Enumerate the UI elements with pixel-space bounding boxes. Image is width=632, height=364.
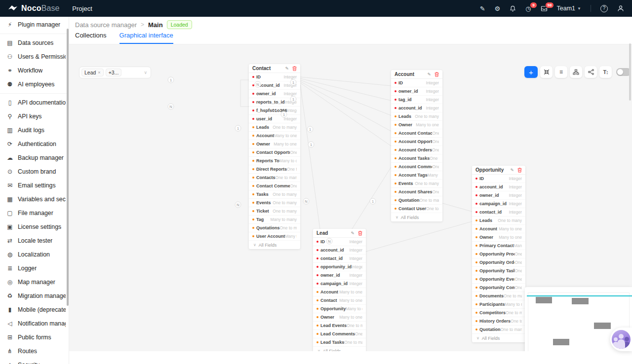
edit-icon[interactable]: ✎	[427, 72, 431, 77]
sidebar-item-custom-brand[interactable]: ⊙Custom brand	[0, 165, 69, 179]
filter-tag-lead[interactable]: Lead×	[81, 69, 104, 76]
help-icon[interactable]: ?	[600, 5, 608, 12]
entity-field-row[interactable]: contact_idInteger	[313, 255, 366, 263]
sidebar-item-email-settings[interactable]: ✉Email settings	[0, 179, 69, 192]
entity-field-row[interactable]: Opportunity TasksOne to many	[472, 267, 525, 275]
entity-field-row[interactable]: History OrdersOne to many	[472, 317, 525, 326]
sidebar-item-license-settings[interactable]: ▣License settings	[0, 220, 69, 234]
entity-field-row[interactable]: OwnerMany to one	[391, 121, 442, 129]
user-profile-icon[interactable]	[617, 5, 624, 12]
entity-field-row[interactable]: Opportunity EventsOne to many	[472, 275, 525, 284]
entity-field-row[interactable]: Opportunity CommentsOne to m...	[472, 284, 525, 292]
entity-field-row[interactable]: opportunity_idInteger	[313, 263, 366, 271]
sidebar-item-locale-tester[interactable]: ⇄Locale tester	[0, 234, 69, 248]
entity-field-row[interactable]: Opportunity OrdersOne to many	[472, 258, 525, 267]
sidebar-item-users-permissions[interactable]: ⚇Users & Permissions	[0, 50, 69, 64]
team-switcher[interactable]: Team1▼	[557, 5, 581, 12]
entity-field-row[interactable]: campaign_idInteger	[313, 280, 366, 288]
delete-icon[interactable]	[434, 72, 439, 77]
delete-icon[interactable]	[517, 168, 522, 173]
sidebar-item-logger[interactable]: ≣Logger	[0, 261, 69, 275]
entity-field-row[interactable]: ContactsOne to many	[249, 174, 300, 182]
entity-field-row[interactable]: DocumentsOne to many	[472, 292, 525, 300]
entity-field-row[interactable]: Account ContactsOne to many	[391, 129, 442, 138]
entity-field-row[interactable]: owner_idInteger	[472, 191, 525, 200]
entity-field-row[interactable]: TicketOne to many	[249, 207, 300, 216]
remove-tag-icon[interactable]: ×	[98, 70, 100, 75]
entity-field-row[interactable]: account_idInteger	[472, 183, 525, 191]
breadcrumb-parent[interactable]: Data source manager	[75, 21, 137, 29]
sidebar-item-notification-manager[interactable]: ◁Notification manager	[0, 317, 69, 330]
entity-field-row[interactable]: Lead CommentsOne to many	[313, 330, 366, 338]
entity-field-row[interactable]: IDInteger	[472, 175, 525, 183]
entity-field-row[interactable]: CompetitorsOne to many	[472, 309, 525, 317]
edit-icon[interactable]: ✎	[510, 168, 514, 173]
entity-field-row[interactable]: Lead TasksOne to many	[313, 338, 366, 347]
tab-collections[interactable]: Collections	[75, 32, 107, 44]
entity-field-row[interactable]: OpportunityMany to one	[313, 305, 366, 313]
sidebar-item-localization[interactable]: ◍Localization	[0, 248, 69, 261]
sidebar-item-public-forms[interactable]: ⊞Public forms	[0, 330, 69, 344]
nocobase-logo[interactable]: NocoBase	[8, 4, 59, 13]
entity-field-row[interactable]: OwnerMany to one	[472, 233, 525, 242]
sidebar-item-authentication[interactable]: ⟳Authentication	[0, 137, 69, 151]
entity-field-row[interactable]: QuotationOne to many	[472, 326, 525, 334]
share-icon[interactable]	[585, 66, 597, 78]
entity-field-row[interactable]: Account OrdersOne to many	[391, 146, 442, 154]
sidebar-scrollbar[interactable]	[67, 29, 69, 306]
entity-field-row[interactable]: LeadsOne to many	[249, 123, 300, 132]
sidebar-item-map-manager[interactable]: ◎Map manager	[0, 275, 69, 289]
notification-bell-icon[interactable]	[510, 5, 516, 12]
tab-graphical-interface[interactable]: Graphical interface	[119, 32, 173, 44]
entity-field-row[interactable]: EventsOne to many	[249, 199, 300, 207]
sidebar-item-file-manager[interactable]: ▢File manager	[0, 206, 69, 220]
entity-field-row[interactable]: User AccountMany to one	[249, 232, 300, 241]
entity-field-row[interactable]: QuotationOne to many	[391, 196, 442, 205]
entity-field-row[interactable]: Account SharesOne to many	[391, 188, 442, 196]
sidebar-item-variables-and-secrets[interactable]: ▦Variables and secrets	[0, 192, 69, 206]
design-pen-icon[interactable]: ✎	[480, 5, 485, 12]
delete-icon[interactable]	[292, 66, 297, 71]
entity-field-row[interactable]: EventsOne to many	[391, 180, 442, 188]
settings-gear-icon[interactable]: ⚙	[495, 5, 501, 12]
all-fields-toggle[interactable]: ∨All Fields	[249, 241, 300, 249]
entity-field-row[interactable]: Contact CommentsOne to many	[249, 182, 300, 190]
entity-field-row[interactable]: QuotationsOne to many	[249, 224, 300, 232]
edit-icon[interactable]: ✎	[285, 66, 289, 71]
filter-tag-more[interactable]: +3...	[106, 69, 122, 76]
collection-filter-select[interactable]: Lead× +3... ∨	[79, 67, 151, 78]
entity-field-row[interactable]: contact_idInteger	[472, 208, 525, 217]
entity-field-row[interactable]: Account TasksOne to many	[391, 154, 442, 163]
sidebar-item-workflow[interactable]: ⚭Workflow	[0, 64, 69, 77]
entity-field-row[interactable]: LeadsOne to many	[391, 112, 442, 121]
entity-field-row[interactable]: TasksOne to many	[249, 190, 300, 199]
sidebar-item-migration-manager[interactable]: ♻Migration manager	[0, 289, 69, 303]
entity-field-row[interactable]: Primary ContactMany to one	[472, 242, 525, 250]
add-collection-button[interactable]: +	[524, 66, 538, 78]
sidebar-item-audit-logs[interactable]: ▥Audit logs	[0, 123, 69, 137]
sidebar-item-security[interactable]: ◈Security	[0, 358, 69, 364]
sidebar-item-mobile-deprecated[interactable]: ▮Mobile (deprecated)	[0, 303, 69, 317]
entity-field-row[interactable]: Contact OpportunitiesOne to ma...	[249, 148, 300, 157]
ai-employees-launcher[interactable]	[610, 328, 632, 351]
entity-field-row[interactable]: ParticipantsMany to many	[472, 300, 525, 309]
entity-field-row[interactable]: TagMany to many	[249, 216, 300, 224]
entity-field-row[interactable]: f_hspfs01o366Integer	[249, 107, 300, 115]
entity-field-row[interactable]: owner_idInteger	[391, 87, 442, 96]
inbox-icon[interactable]: 98	[541, 5, 548, 12]
entity-field-row[interactable]: ContactMany to one	[313, 296, 366, 305]
entity-field-row[interactable]: Lead EventsOne to many	[313, 322, 366, 330]
entity-field-row[interactable]: OwnerMany to one	[313, 313, 366, 322]
entity-field-row[interactable]: AccountMany to one	[313, 288, 366, 296]
entity-field-row[interactable]: IDInteger	[313, 238, 366, 246]
delete-icon[interactable]	[358, 231, 362, 236]
sidebar-item-data-sources[interactable]: ▤Data sources	[0, 36, 69, 50]
entity-field-row[interactable]: Direct ReportsOne to many	[249, 165, 300, 174]
entity-field-row[interactable]: account_idInteger	[313, 246, 366, 255]
entity-field-row[interactable]: Account TagsMany to many	[391, 171, 442, 180]
all-fields-toggle[interactable]: ∨All Fields	[391, 213, 442, 221]
entity-field-row[interactable]: tag_idInteger	[391, 96, 442, 104]
sidebar-item-routes[interactable]: ⋔Routes	[0, 344, 69, 358]
nav-item-project[interactable]: Project	[72, 5, 92, 12]
entity-field-row[interactable]: LeadsOne to many	[472, 217, 525, 225]
